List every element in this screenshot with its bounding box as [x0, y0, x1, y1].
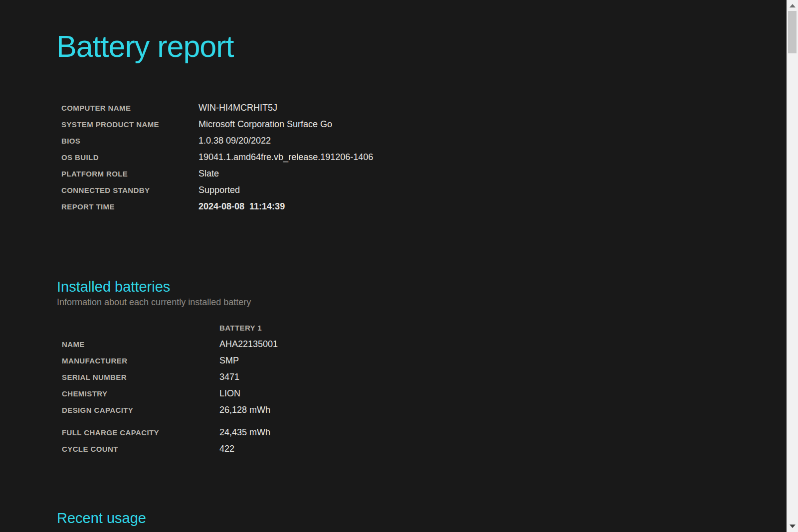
battery-value: SMP	[219, 355, 239, 366]
table-row: REPORT TIME 2024-08-08 11:14:39	[56, 198, 765, 215]
info-value: Slate	[199, 169, 219, 179]
installed-batteries-table: BATTERY 1 NAME AHA22135001 MANUFACTURER …	[56, 320, 765, 457]
table-row: DESIGN CAPACITY 26,128 mWh	[56, 402, 765, 418]
table-header-row: BATTERY 1	[56, 320, 765, 336]
page-title: Battery report	[56, 0, 765, 68]
info-label: SYSTEM PRODUCT NAME	[61, 120, 199, 129]
table-row: CYCLE COUNT 422	[56, 441, 765, 457]
battery-value: 3471	[219, 372, 239, 382]
battery-column-header: BATTERY 1	[219, 324, 262, 332]
battery-value: 422	[219, 444, 234, 454]
scrollbar-down-arrow-icon[interactable]	[790, 525, 796, 528]
info-value: Microsoft Corporation Surface Go	[199, 119, 332, 130]
info-label: PLATFORM ROLE	[61, 170, 199, 178]
table-row: CONNECTED STANDBY Supported	[56, 182, 765, 198]
info-value: 19041.1.amd64fre.vb_release.191206-1406	[199, 152, 373, 163]
section-subtitle: Information about each currently install…	[57, 296, 765, 309]
battery-value: AHA22135001	[219, 339, 278, 350]
report-time-value: 2024-08-08 11:14:39	[199, 201, 285, 212]
battery-label: CYCLE COUNT	[62, 445, 219, 453]
info-label: COMPUTER NAME	[61, 104, 199, 112]
info-value: Supported	[199, 185, 240, 195]
info-value: 1.0.38 09/20/2022	[199, 136, 271, 146]
battery-label: NAME	[62, 340, 219, 349]
info-label: OS BUILD	[61, 153, 199, 162]
battery-label: FULL CHARGE CAPACITY	[62, 428, 219, 437]
info-value: WIN-HI4MCRHIT5J	[199, 103, 277, 113]
battery-value: LION	[219, 388, 240, 399]
battery-report-content: Battery report COMPUTER NAME WIN-HI4MCRH…	[56, 0, 765, 527]
section-heading-recent-usage: Recent usage	[57, 509, 765, 527]
table-row: NAME AHA22135001	[56, 336, 765, 353]
battery-value: 26,128 mWh	[219, 405, 270, 415]
section-heading-installed-batteries: Installed batteries	[57, 278, 765, 296]
table-row: MANUFACTURER SMP	[56, 353, 765, 369]
vertical-scrollbar[interactable]	[787, 0, 798, 532]
table-row: CHEMISTRY LION	[56, 385, 765, 402]
battery-label: DESIGN CAPACITY	[62, 406, 219, 414]
table-row: BIOS 1.0.38 09/20/2022	[56, 133, 765, 149]
table-row: PLATFORM ROLE Slate	[56, 166, 765, 182]
battery-label: CHEMISTRY	[62, 389, 219, 398]
battery-label: SERIAL NUMBER	[62, 373, 219, 381]
info-label: REPORT TIME	[61, 202, 199, 211]
battery-value: 24,435 mWh	[219, 427, 270, 438]
table-row: SERIAL NUMBER 3471	[56, 369, 765, 385]
info-label: BIOS	[61, 137, 199, 145]
table-row: FULL CHARGE CAPACITY 24,435 mWh	[56, 424, 765, 441]
info-label: CONNECTED STANDBY	[61, 186, 199, 194]
scrollbar-thumb[interactable]	[788, 11, 797, 53]
system-info-table: COMPUTER NAME WIN-HI4MCRHIT5J SYSTEM PRO…	[56, 100, 765, 215]
battery-label: MANUFACTURER	[62, 356, 219, 365]
scrollbar-up-arrow-icon[interactable]	[790, 4, 796, 7]
table-row: OS BUILD 19041.1.amd64fre.vb_release.191…	[56, 149, 765, 166]
table-row: SYSTEM PRODUCT NAME Microsoft Corporatio…	[56, 116, 765, 133]
table-row: COMPUTER NAME WIN-HI4MCRHIT5J	[56, 100, 765, 116]
